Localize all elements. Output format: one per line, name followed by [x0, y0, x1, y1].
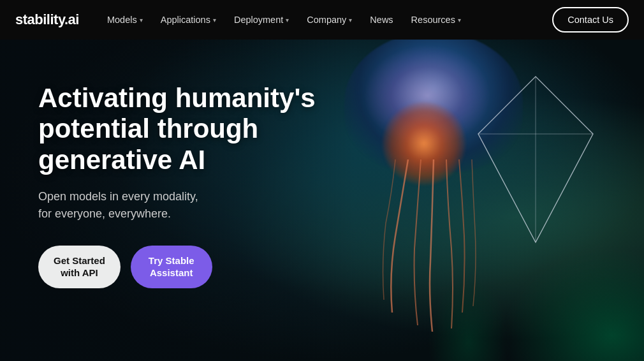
chevron-down-icon: ▾: [140, 17, 143, 24]
svg-line-6: [478, 77, 536, 134]
chevron-down-icon: ▾: [286, 17, 289, 24]
nav-item-deployment[interactable]: Deployment ▾: [226, 10, 296, 30]
chevron-down-icon: ▾: [458, 17, 461, 24]
navbar: stability.ai Models ▾ Applications ▾ Dep…: [0, 0, 644, 40]
hero-buttons: Get Startedwith API Try StableAssistant: [38, 246, 395, 288]
get-started-button[interactable]: Get Startedwith API: [38, 246, 121, 288]
try-stable-assistant-button[interactable]: Try StableAssistant: [131, 246, 212, 288]
nav-links: Models ▾ Applications ▾ Deployment ▾ Com…: [99, 10, 547, 30]
site-logo[interactable]: stability.ai: [15, 11, 79, 28]
svg-line-5: [478, 134, 536, 242]
chevron-down-icon: ▾: [213, 17, 216, 24]
nav-item-resources[interactable]: Resources ▾: [404, 10, 469, 30]
chevron-down-icon: ▾: [349, 17, 352, 24]
hero-content: Activating humanity's potential through …: [38, 83, 395, 288]
svg-line-4: [536, 134, 593, 242]
contact-button[interactable]: Contact Us: [552, 7, 629, 33]
nav-item-news[interactable]: News: [362, 10, 400, 30]
nav-item-models[interactable]: Models ▾: [99, 10, 150, 30]
geometric-diamond: [472, 70, 599, 249]
svg-line-3: [536, 77, 593, 134]
hero-title: Activating humanity's potential through …: [38, 83, 395, 175]
hero-section: stability.ai Models ▾ Applications ▾ Dep…: [0, 0, 644, 361]
nav-item-applications[interactable]: Applications ▾: [153, 10, 224, 30]
nav-item-company[interactable]: Company ▾: [299, 10, 360, 30]
hero-subtitle: Open models in every modality,for everyo…: [38, 188, 395, 223]
